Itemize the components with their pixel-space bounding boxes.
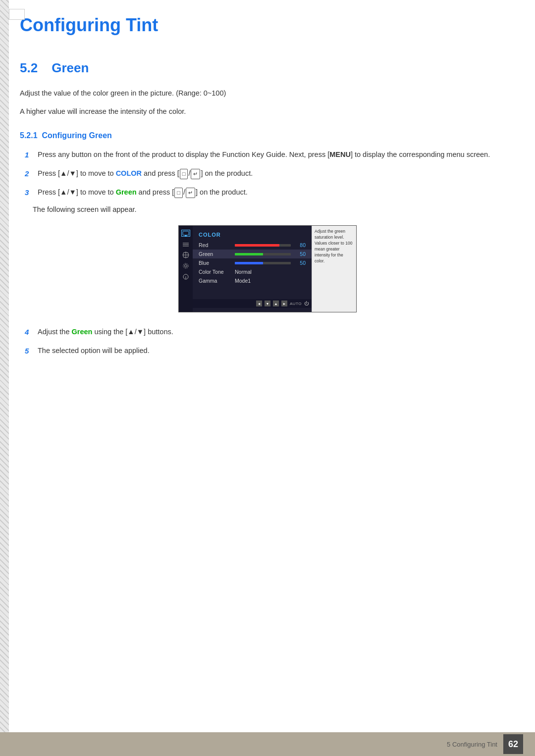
- osd-value-green: 50: [295, 251, 306, 257]
- subsection-title: Configuring Green: [42, 131, 111, 140]
- svg-point-9: [183, 263, 188, 268]
- osd-icon-monitor: [181, 230, 190, 237]
- osd-row-red: Red 80: [193, 241, 312, 250]
- osd-bar-blue: [235, 262, 291, 264]
- osd-nav-left[interactable]: ◄: [256, 301, 262, 306]
- step-item-5: 5 The selected option will be applied.: [25, 345, 515, 357]
- page-footer: 5 Configuring Tint 62: [0, 732, 535, 756]
- top-tab: [9, 9, 25, 20]
- osd-fill-blue: [235, 262, 263, 264]
- osd-title: COLOR: [193, 230, 312, 241]
- osd-label-gamma: Gamma: [199, 278, 231, 284]
- step-number-4: 4: [25, 326, 38, 338]
- subsection-number: 5.2.1: [20, 131, 38, 140]
- svg-rect-1: [185, 235, 187, 236]
- page-title: Configuring Tint: [20, 15, 515, 41]
- step-text-2: Press [▲/▼] to move to COLOR and press […: [38, 168, 515, 179]
- tooltip-text: Adjust the green saturation level. Value…: [315, 229, 352, 263]
- osd-icon-gear: [181, 262, 190, 269]
- step-number-5: 5: [25, 345, 38, 357]
- osd-label-colortone: Color Tone: [199, 269, 231, 275]
- osd-nav-up[interactable]: ▲: [273, 301, 279, 306]
- osd-row-green: Green 50: [193, 250, 312, 258]
- osd-power-icon: ⏻: [304, 301, 309, 306]
- step-text-1: Press any button on the front of the pro…: [38, 149, 515, 160]
- btn-enter-2: ↵: [191, 169, 200, 180]
- footer-text: 5 Configuring Tint: [447, 741, 497, 748]
- osd-icon-info: i: [181, 273, 190, 280]
- step-number-3: 3: [25, 187, 38, 199]
- svg-point-8: [185, 265, 187, 267]
- keyword-green-4: Green: [72, 328, 93, 336]
- section-title: Green: [52, 60, 89, 75]
- step-item-2: 2 Press [▲/▼] to move to COLOR and press…: [25, 168, 515, 180]
- osd-auto-label: AUTO: [290, 302, 302, 306]
- steps-list-2: 4 Adjust the Green using the [▲/▼] butto…: [25, 326, 515, 357]
- btn-square-3: □: [174, 188, 183, 199]
- monitor-screen: i COLOR Red 80 Green: [178, 225, 357, 312]
- step-text-4: Adjust the Green using the [▲/▼] buttons…: [38, 326, 515, 338]
- steps-list: 1 Press any button on the front of the p…: [25, 149, 515, 199]
- osd-nav-right[interactable]: ►: [281, 301, 287, 306]
- btn-enter-3: ↵: [186, 188, 195, 199]
- osd-value-colortone: Normal: [235, 269, 252, 275]
- keyword-color: COLOR: [116, 169, 142, 177]
- osd-label-green: Green: [199, 251, 231, 257]
- step-item-3: 3 Press [▲/▼] to move to Green and press…: [25, 187, 515, 199]
- subsection-heading: 5.2.1 Configuring Green: [20, 131, 515, 140]
- section-number: 5.2: [20, 60, 38, 75]
- osd-label-red: Red: [199, 242, 231, 248]
- keyword-menu: MENU: [329, 151, 351, 158]
- monitor-tooltip: Adjust the green saturation level. Value…: [312, 226, 356, 312]
- body-text-2: A higher value will increase the intensi…: [20, 106, 515, 117]
- osd-nav-down[interactable]: ▼: [265, 301, 270, 306]
- btn-square-2: □: [180, 169, 188, 180]
- osd-fill-red: [235, 244, 279, 247]
- keyword-green-3: Green: [116, 188, 137, 196]
- osd-bar-green: [235, 253, 291, 255]
- osd-row-blue: Blue 50: [193, 258, 312, 267]
- step-number-2: 2: [25, 168, 38, 180]
- osd-row-gamma: Gamma Mode1: [193, 276, 312, 285]
- left-stripe-decoration: [0, 0, 9, 756]
- osd-bar-red: [235, 244, 291, 247]
- step-text-5: The selected option will be applied.: [38, 345, 515, 356]
- monitor-container: i COLOR Red 80 Green: [20, 225, 515, 312]
- follow-text: The following screen will appear.: [33, 205, 515, 213]
- step-item-1: 1 Press any button on the front of the p…: [25, 149, 515, 161]
- svg-rect-0: [183, 231, 189, 235]
- osd-icon-lines: [181, 241, 190, 248]
- step-text-3: Press [▲/▼] to move to Green and press […: [38, 187, 515, 198]
- osd-sidebar: i: [179, 226, 193, 312]
- footer-page-number: 62: [503, 734, 523, 754]
- step-number-1: 1: [25, 149, 38, 161]
- osd-value-red: 80: [295, 242, 306, 248]
- osd-value-blue: 50: [295, 260, 306, 266]
- svg-text:i: i: [185, 276, 186, 279]
- step-item-4: 4 Adjust the Green using the [▲/▼] butto…: [25, 326, 515, 338]
- body-text-1: Adjust the value of the color green in t…: [20, 88, 515, 99]
- osd-icon-adjust: [181, 252, 190, 258]
- osd-value-gamma: Mode1: [235, 278, 251, 284]
- osd-row-colortone: Color Tone Normal: [193, 267, 312, 276]
- osd-label-blue: Blue: [199, 260, 231, 266]
- osd-fill-green: [235, 253, 263, 255]
- section-heading: 5.2Green: [20, 60, 515, 76]
- osd-menu: COLOR Red 80 Green 50: [193, 226, 312, 312]
